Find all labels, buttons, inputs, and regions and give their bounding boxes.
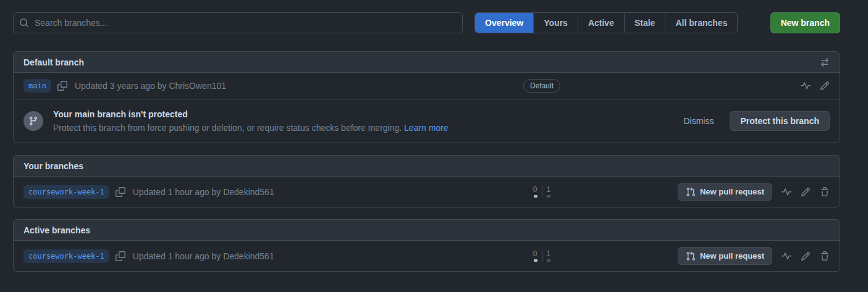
branch-filter-tabs: Overview Yours Active Stale All branches: [474, 12, 738, 33]
delete-branch-trash-icon[interactable]: [820, 187, 830, 197]
protect-this-branch-button[interactable]: Protect this branch: [730, 111, 830, 131]
copy-branch-name-icon[interactable]: [116, 251, 125, 261]
active-branch-actions: New pull request: [678, 247, 830, 265]
search-branches-wrap: [13, 12, 463, 33]
branch-name-link[interactable]: coursework-week-1: [23, 185, 109, 199]
rename-branch-pencil-icon[interactable]: [820, 81, 830, 91]
active-branches-panel: Active branches coursework-week-1 Update…: [13, 219, 840, 272]
branch-protection-notice: Your main branch isn't protected Protect…: [14, 99, 840, 143]
activity-icon[interactable]: [801, 81, 811, 91]
rename-branch-pencil-icon[interactable]: [801, 187, 811, 197]
delete-branch-trash-icon[interactable]: [820, 251, 830, 261]
your-branches-panel: Your branches coursework-week-1 Updated …: [13, 155, 840, 207]
default-branch-panel: Default branch main Updated 3 years ago …: [13, 51, 840, 143]
git-branch-icon: [23, 111, 43, 131]
new-branch-button[interactable]: New branch: [770, 12, 840, 33]
tab-stale[interactable]: Stale: [624, 13, 665, 33]
behind-count: 0: [533, 250, 537, 257]
new-pull-request-button[interactable]: New pull request: [678, 183, 772, 201]
tab-active[interactable]: Active: [578, 13, 624, 33]
default-branch-row: main Updated 3 years ago by ChrisOwen101…: [14, 73, 840, 99]
ahead-behind-counter[interactable]: 0 1: [533, 186, 550, 198]
default-branch-header: Default branch: [14, 52, 840, 73]
tab-all-branches[interactable]: All branches: [665, 13, 737, 33]
your-branches-title: Your branches: [23, 161, 83, 171]
activity-icon[interactable]: [782, 187, 791, 197]
branch-updated-text: Updated 1 hour ago by Dedekind561: [133, 187, 274, 197]
your-branch-row: coursework-week-1 Updated 1 hour ago by …: [14, 177, 840, 207]
ahead-behind-counter[interactable]: 0 1: [533, 250, 550, 262]
git-pull-request-icon: [686, 251, 696, 261]
new-pull-request-button[interactable]: New pull request: [678, 247, 772, 265]
ahead-behind-slot: 0 1: [508, 186, 576, 198]
your-branch-actions: New pull request: [678, 183, 830, 201]
notice-actions: Dismiss Protect this branch: [680, 111, 830, 131]
active-branches-header: Active branches: [14, 220, 840, 241]
active-branches-title: Active branches: [23, 225, 90, 235]
notice-title: Your main branch isn't protected: [53, 109, 449, 119]
branches-page: Overview Yours Active Stale All branches…: [13, 12, 840, 272]
ahead-count: 1: [547, 250, 551, 257]
behind-count: 0: [533, 186, 537, 193]
copy-branch-name-icon[interactable]: [57, 81, 67, 91]
default-badge-slot: Default: [508, 79, 576, 93]
branches-toolbar: Overview Yours Active Stale All branches…: [13, 12, 840, 33]
your-branches-header: Your branches: [14, 156, 840, 177]
branch-updated-text: Updated 1 hour ago by Dedekind561: [133, 251, 274, 261]
rename-branch-pencil-icon[interactable]: [801, 251, 811, 261]
default-branch-actions: [801, 81, 830, 91]
ahead-count: 1: [547, 186, 551, 193]
dismiss-button[interactable]: Dismiss: [680, 115, 717, 127]
new-pull-request-label: New pull request: [700, 251, 764, 261]
branch-name-link[interactable]: coursework-week-1: [23, 249, 109, 263]
behind-bar: [534, 259, 537, 262]
behind-bar: [534, 195, 537, 198]
arrow-switch-icon[interactable]: [820, 57, 830, 67]
ahead-bar: [547, 259, 550, 262]
notice-description-text: Protect this branch from force pushing o…: [53, 123, 402, 133]
notice-description: Protect this branch from force pushing o…: [53, 123, 449, 133]
default-badge: Default: [523, 79, 560, 93]
tab-overview[interactable]: Overview: [475, 13, 533, 33]
ahead-behind-slot: 0 1: [508, 250, 576, 262]
tab-yours[interactable]: Yours: [533, 13, 578, 33]
copy-branch-name-icon[interactable]: [116, 187, 125, 197]
activity-icon[interactable]: [782, 251, 791, 261]
branch-name-link[interactable]: main: [23, 79, 51, 93]
active-branch-row: coursework-week-1 Updated 1 hour ago by …: [14, 241, 840, 271]
new-pull-request-label: New pull request: [700, 187, 764, 196]
git-pull-request-icon: [686, 187, 696, 197]
branch-updated-text: Updated 3 years ago by ChrisOwen101: [75, 81, 226, 91]
notice-body: Your main branch isn't protected Protect…: [53, 109, 449, 133]
ahead-bar: [547, 195, 550, 198]
learn-more-link[interactable]: Learn more: [404, 123, 449, 133]
default-branch-title: Default branch: [23, 57, 84, 67]
search-branches-input[interactable]: [13, 12, 463, 33]
